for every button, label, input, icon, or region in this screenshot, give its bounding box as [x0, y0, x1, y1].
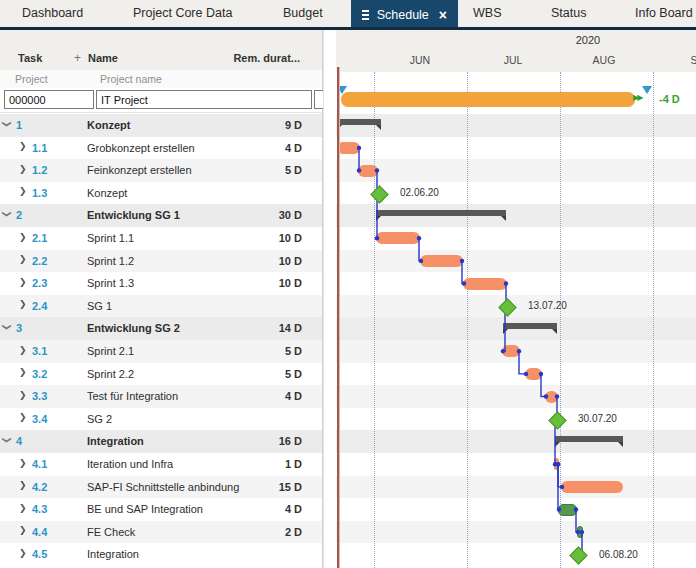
- month-gridline: [467, 72, 468, 568]
- schedule-app: Dashboard Project Core Data Budget Sched…: [0, 0, 696, 568]
- gantt-bar-task[interactable]: [502, 345, 520, 357]
- task-row[interactable]: ❯4.4FE Check2 D: [0, 521, 322, 544]
- tab-status[interactable]: Status: [551, 0, 586, 27]
- expand-icon[interactable]: ❯: [19, 548, 27, 558]
- task-row[interactable]: ❯1Konzept9 D: [0, 114, 322, 137]
- gantt-bar-task[interactable]: [545, 391, 558, 403]
- task-row[interactable]: ❯4.3BE und SAP Integration4 D: [0, 498, 322, 521]
- gantt-bar-summary[interactable]: [337, 119, 381, 125]
- task-row[interactable]: ❯2.1Sprint 1.110 D: [0, 227, 322, 250]
- gantt-bar-summary[interactable]: [376, 210, 506, 216]
- gantt-bar-summary[interactable]: [503, 323, 557, 329]
- task-row[interactable]: ❯2.4SG 1: [0, 295, 322, 318]
- timeline-header: 2020 JUNJULAUGS: [336, 30, 696, 72]
- timeline-month: JUN: [398, 54, 442, 66]
- gantt-bar-project[interactable]: [341, 92, 635, 107]
- tab-info-board[interactable]: Info Board: [635, 0, 693, 27]
- gantt-canvas[interactable]: ▶▶-4 D02.06.2013.07.2030.07.2006.08.20: [336, 72, 696, 568]
- task-number: 3.4: [32, 413, 47, 425]
- task-row[interactable]: ❯2.3Sprint 1.310 D: [0, 272, 322, 295]
- close-icon[interactable]: ×: [439, 2, 447, 29]
- month-gridline: [374, 72, 375, 568]
- task-row[interactable]: ❯4Integration16 D: [0, 430, 322, 453]
- task-row[interactable]: ❯4.2SAP-FI Schnittstelle anbindung15 D: [0, 476, 322, 499]
- column-task[interactable]: Task: [18, 52, 42, 64]
- gantt-bar-task[interactable]: [525, 368, 542, 380]
- task-row[interactable]: ❯3.3Test für Integration4 D: [0, 385, 322, 408]
- tab-budget[interactable]: Budget: [283, 0, 323, 27]
- task-row[interactable]: ❯2.2Sprint 1.210 D: [0, 250, 322, 273]
- task-row[interactable]: ❯4.5Integration: [0, 543, 322, 566]
- tab-schedule-label: Schedule: [377, 8, 429, 22]
- collapse-icon[interactable]: ❯: [3, 209, 11, 219]
- gantt-row-band: [336, 408, 696, 431]
- task-number: 1.3: [32, 187, 47, 199]
- task-duration: 9 D: [285, 119, 302, 131]
- expand-icon[interactable]: ❯: [19, 164, 27, 174]
- gantt-bar-task[interactable]: [358, 165, 378, 177]
- tab-project-core-data[interactable]: Project Core Data: [133, 0, 232, 27]
- task-row[interactable]: ❯3.4SG 2: [0, 408, 322, 431]
- expand-icon[interactable]: ❯: [19, 412, 27, 422]
- gantt-bar-done[interactable]: [577, 526, 583, 538]
- collapse-icon[interactable]: ❯: [3, 435, 11, 445]
- expand-icon[interactable]: ❯: [19, 299, 27, 309]
- task-row[interactable]: ❯1.1Grobkonzept erstellen4 D: [0, 137, 322, 160]
- expand-icon[interactable]: ❯: [19, 232, 27, 242]
- project-name-input[interactable]: [96, 90, 312, 109]
- gantt-bar-task[interactable]: [463, 278, 507, 290]
- gantt-bar-task[interactable]: [376, 232, 420, 244]
- tab-wbs[interactable]: WBS: [473, 0, 501, 27]
- task-row[interactable]: ❯3Entwicklung SG 214 D: [0, 317, 322, 340]
- field-label-row: Project Project name: [0, 70, 322, 88]
- task-duration: 10 D: [279, 255, 302, 267]
- task-duration: 2 D: [285, 526, 302, 538]
- task-name: Iteration und Infra: [87, 458, 173, 470]
- expand-icon[interactable]: ❯: [19, 390, 27, 400]
- tab-schedule[interactable]: Schedule ×: [351, 0, 458, 30]
- pane-splitter[interactable]: [323, 30, 337, 568]
- task-name: BE und SAP Integration: [87, 503, 203, 515]
- expand-icon[interactable]: ❯: [19, 186, 27, 196]
- expand-icon[interactable]: ❯: [19, 525, 27, 535]
- task-row[interactable]: ❯1.3Konzept: [0, 182, 322, 205]
- gantt-bar-done[interactable]: [558, 504, 577, 516]
- expand-icon[interactable]: ❯: [19, 503, 27, 513]
- task-row[interactable]: ❯3.1Sprint 2.15 D: [0, 340, 322, 363]
- add-column-icon[interactable]: +: [74, 51, 81, 65]
- task-row[interactable]: ❯3.2Sprint 2.25 D: [0, 363, 322, 386]
- task-name: SG 1: [87, 300, 112, 312]
- expand-icon[interactable]: ❯: [19, 458, 27, 468]
- project-id-input[interactable]: [4, 90, 94, 109]
- column-name[interactable]: Name: [88, 52, 118, 64]
- tab-dashboard[interactable]: Dashboard: [22, 0, 83, 27]
- month-gridline: [560, 72, 561, 568]
- menu-icon[interactable]: [362, 10, 369, 12]
- collapse-icon[interactable]: ❯: [3, 322, 11, 332]
- expand-icon[interactable]: ❯: [19, 277, 27, 287]
- task-duration: 14 D: [279, 322, 302, 334]
- task-name: FE Check: [87, 526, 135, 538]
- delay-arrows-icon: ▶▶: [633, 93, 641, 102]
- column-duration[interactable]: Rem. durat...: [233, 52, 300, 64]
- task-row[interactable]: ❯1.2Feinkonzept erstellen5 D: [0, 159, 322, 182]
- expand-icon[interactable]: ❯: [19, 141, 27, 151]
- task-name: SG 2: [87, 413, 112, 425]
- expand-icon[interactable]: ❯: [19, 345, 27, 355]
- milestone-date-label: 30.07.20: [578, 413, 617, 424]
- task-duration: 4 D: [285, 503, 302, 515]
- collapse-icon[interactable]: ❯: [3, 119, 11, 129]
- gantt-bar-task[interactable]: [561, 481, 623, 493]
- task-row[interactable]: ❯4.1Iteration und Infra1 D: [0, 453, 322, 476]
- expand-icon[interactable]: ❯: [19, 367, 27, 377]
- gantt-bar-task[interactable]: [554, 458, 559, 470]
- expand-icon[interactable]: ❯: [19, 480, 27, 490]
- expand-icon[interactable]: ❯: [19, 254, 27, 264]
- task-name: Sprint 2.1: [87, 345, 134, 357]
- task-duration: 5 D: [285, 368, 302, 380]
- task-row[interactable]: ❯2Entwicklung SG 130 D: [0, 204, 322, 227]
- task-duration: 16 D: [279, 435, 302, 447]
- gantt-bar-task[interactable]: [337, 142, 360, 154]
- gantt-bar-task[interactable]: [420, 255, 463, 267]
- gantt-bar-summary[interactable]: [555, 436, 623, 442]
